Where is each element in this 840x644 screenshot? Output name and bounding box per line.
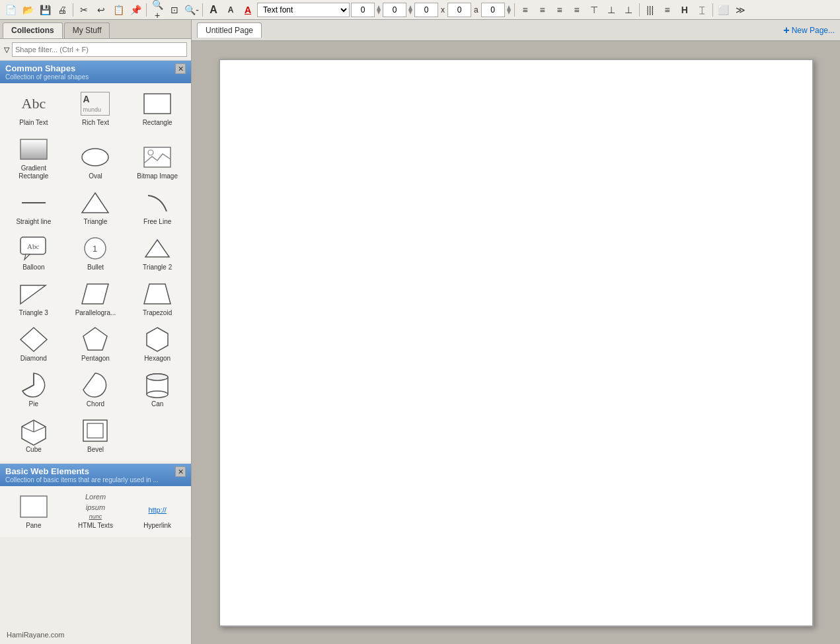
common-shapes-header[interactable]: Common Shapes Collection of general shap… [0, 61, 191, 83]
expand-btn[interactable]: ⬜ [716, 2, 732, 18]
y-input[interactable] [383, 3, 406, 17]
shape-free-line[interactable]: Free Line [128, 186, 187, 229]
common-shapes-close[interactable]: ✕ [175, 63, 186, 74]
basic-web-header[interactable]: Basic Web Elements Collection of basic i… [0, 464, 191, 486]
shape-straight-line[interactable]: Straight line [4, 186, 63, 229]
open-btn[interactable]: 📂 [20, 2, 36, 18]
font-select[interactable]: Text font [257, 3, 350, 17]
canvas[interactable] [219, 59, 814, 627]
shape-filter-input[interactable] [12, 42, 187, 57]
free-line-label: Free Line [143, 218, 171, 226]
shape-rich-text[interactable]: A munduimaginedei tamritoabscdit Rich Te… [66, 87, 126, 130]
zoom-out-btn[interactable]: 🔍- [184, 2, 200, 18]
common-shapes-grid: Abc Plain Text A munduimaginedei tamrito… [0, 83, 191, 461]
basic-web-close[interactable]: ✕ [175, 466, 186, 477]
tab-bar: Collections My Stuff [0, 20, 191, 39]
shape-triangle3[interactable]: Triangle 3 [4, 277, 63, 320]
search-bar: ▽ [0, 39, 191, 61]
can-label: Can [151, 400, 163, 408]
more-btn[interactable]: ≫ [733, 2, 749, 18]
dist-h-btn[interactable]: ||| [642, 2, 658, 18]
tab-my-stuff[interactable]: My Stuff [64, 22, 110, 38]
valign-mid-btn[interactable]: ⊥ [603, 2, 619, 18]
shape-gradient-rectangle[interactable]: Gradient Rectangle [4, 133, 63, 184]
shape-pentagon[interactable]: Pentagon [66, 323, 126, 366]
shape-triangle2[interactable]: Triangle 2 [128, 232, 187, 275]
shape-trapezoid[interactable]: Trapezoid [128, 277, 187, 320]
right-area: Untitled Page + New Page... [192, 20, 840, 644]
font-size-small-btn[interactable]: A [223, 2, 239, 18]
shapes-panel: Common Shapes Collection of general shap… [0, 61, 191, 644]
align-justify-btn[interactable]: ≡ [569, 2, 585, 18]
pentagon-label: Pentagon [81, 355, 110, 363]
bullet-icon: 1 [79, 235, 112, 262]
triangle2-icon [141, 235, 174, 262]
shape-hexagon[interactable]: Hexagon [128, 323, 187, 366]
parallelogram-label: Parallelogra... [75, 309, 116, 317]
trapezoid-label: Trapezoid [143, 309, 172, 317]
align-left-btn[interactable]: ≡ [517, 2, 533, 18]
shape-bullet[interactable]: 1 Bullet [66, 232, 126, 275]
font-color-btn[interactable]: A [240, 2, 256, 18]
align-center-btn[interactable]: ≡ [535, 2, 551, 18]
paste-btn[interactable]: 📌 [128, 2, 143, 18]
print-btn[interactable]: 🖨 [54, 2, 70, 18]
shape-cube[interactable]: Cube [4, 414, 63, 457]
pane-label: Pane [26, 522, 41, 530]
straight-line-icon [17, 190, 50, 216]
common-shapes-subtitle: Collection of general shapes [5, 73, 89, 81]
diamond-label: Diamond [20, 355, 47, 363]
shape-oval[interactable]: Oval [66, 133, 126, 184]
a-input[interactable] [481, 3, 505, 17]
shape-diamond[interactable]: Diamond [4, 323, 63, 366]
copy-btn[interactable]: 📋 [110, 2, 126, 18]
balloon-label: Balloon [22, 264, 44, 271]
save-btn[interactable]: 💾 [37, 2, 53, 18]
common-shapes-title: Common Shapes [5, 63, 89, 73]
triangle-icon [79, 190, 112, 216]
align-right-btn[interactable]: ≡ [552, 2, 568, 18]
zoom-in-btn[interactable]: 🔍+ [149, 2, 165, 18]
shape-parallelogram[interactable]: Parallelogra... [66, 277, 126, 320]
shape-pane[interactable]: Pane [4, 490, 63, 533]
shape-bevel[interactable]: Bevel [66, 414, 126, 457]
valign-bot-btn[interactable]: ⊥ [621, 2, 636, 18]
shape-chord[interactable]: Chord [66, 369, 126, 411]
shape-hyperlink[interactable]: http:// Hyperlink [128, 490, 187, 533]
shape-can[interactable]: Can [128, 369, 187, 411]
svg-marker-20 [83, 328, 107, 350]
w-input[interactable] [414, 3, 438, 17]
shape-plain-text[interactable]: Abc Plain Text [4, 87, 63, 130]
page-tab-untitled[interactable]: Untitled Page [197, 22, 262, 38]
chord-label: Chord [87, 400, 104, 408]
cut-btn[interactable]: ✂ [76, 2, 92, 18]
a-label: a [473, 5, 480, 15]
new-page-btn[interactable]: + New Page... [783, 24, 835, 36]
dist-v-btn[interactable]: ≡ [660, 2, 675, 18]
font-size-up-btn[interactable]: A [206, 2, 221, 18]
shape-balloon[interactable]: Abc Balloon [4, 232, 63, 275]
straight-line-label: Straight line [16, 218, 51, 226]
toolbar: 📄 📂 💾 🖨 ✂ ↩ 📋 📌 🔍+ ⊡ 🔍- A A A Text font … [0, 0, 840, 20]
h-input[interactable] [447, 3, 471, 17]
zoom-fit-btn[interactable]: ⊡ [167, 2, 182, 18]
trapezoid-icon [141, 281, 174, 307]
undo-btn[interactable]: ↩ [93, 2, 109, 18]
plain-text-label: Plain Text [19, 119, 48, 127]
h1-btn[interactable]: H [677, 2, 693, 18]
shape-rectangle[interactable]: Rectangle [128, 87, 187, 130]
valign-top-btn[interactable]: ⊤ [586, 2, 602, 18]
new-page-label: New Page... [792, 26, 835, 35]
x-input[interactable] [351, 3, 375, 17]
shape-triangle[interactable]: Triangle [66, 186, 126, 229]
shape-pie[interactable]: Pie [4, 369, 63, 411]
shape-bitmap-image[interactable]: Bitmap Image [128, 133, 187, 184]
gradient-rectangle-icon [17, 136, 50, 162]
tab-collections[interactable]: Collections [3, 22, 63, 38]
shape-html-texts[interactable]: Loremipsum nunc HTML Texts [66, 490, 126, 533]
new-btn[interactable]: 📄 [3, 2, 19, 18]
common-shapes-group: Common Shapes Collection of general shap… [0, 61, 191, 461]
h2-btn[interactable]: ⌶ [694, 2, 710, 18]
pie-icon [17, 372, 50, 398]
sep4 [514, 3, 515, 17]
